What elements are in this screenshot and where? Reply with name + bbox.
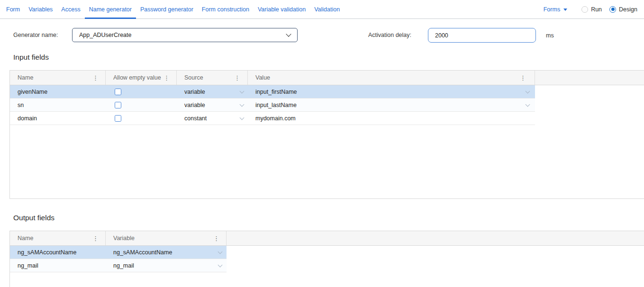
cell-variable-dropdown[interactable]: ng_sAMAccountName [106,246,227,259]
column-header-label: Name [18,74,33,81]
chevron-down-icon [240,89,245,93]
cell-value-dropdown[interactable]: input_firstName [248,85,535,98]
output-fields-title: Output fields [13,214,54,222]
tab-password-generator[interactable]: Password generator [136,0,198,18]
cell-allow-empty [106,99,177,111]
cell-name[interactable]: givenName [10,85,106,98]
cell-source-dropdown[interactable]: variable [177,85,248,98]
activation-delay-label: Activation delay: [368,32,411,38]
chevron-down-icon [218,249,223,254]
column-menu-icon[interactable]: ⋮ [92,75,99,81]
table-row[interactable]: ng_mail ng_mail [10,259,227,272]
design-radio-label: Design [619,6,637,13]
run-radio-option[interactable]: Run [581,6,602,13]
forms-menu-button[interactable]: Forms [544,6,567,13]
source-value: variable [184,89,205,95]
forms-menu-label: Forms [544,6,560,13]
source-value: variable [184,102,205,108]
tab-variable-validation[interactable]: Variable validation [254,0,310,18]
column-menu-icon[interactable]: ⋮ [520,75,526,81]
cell-source-dropdown[interactable]: constant [177,112,248,125]
run-radio-label: Run [591,6,602,13]
column-header-variable[interactable]: Variable ⋮ [106,231,227,245]
tab-form[interactable]: Form [2,0,24,18]
table-row[interactable]: givenName variable input_firstName [10,85,535,99]
column-header-filler [227,231,644,245]
top-nav: Form Variables Access Name generator Pas… [0,0,644,19]
run-radio-icon[interactable] [581,6,588,13]
design-radio-option[interactable]: Design [609,6,637,13]
column-header-label: Source [184,74,203,81]
cell-allow-empty [106,112,177,125]
generator-name-select[interactable]: App_ADUserCreate [72,28,298,42]
output-grid-header: Name ⋮ Variable ⋮ [10,231,644,246]
column-menu-icon[interactable]: ⋮ [92,235,99,242]
allow-empty-checkbox[interactable] [115,102,121,108]
table-row[interactable]: ng_sAMAccountName ng_sAMAccountName [10,246,227,259]
cell-variable-dropdown[interactable]: ng_mail [106,259,227,272]
input-fields-grid: Name ⋮ Allow empty value ⋮ Source ⋮ Valu… [9,70,644,199]
column-header-name[interactable]: Name ⋮ [10,231,106,245]
column-header-source[interactable]: Source ⋮ [177,71,248,85]
table-row[interactable]: domain constant mydomain.com [10,112,535,125]
input-fields-title: Input fields [13,53,49,62]
column-header-label: Variable [113,235,135,242]
tab-form-construction[interactable]: Form construction [198,0,254,18]
nav-right: Forms Run Design [544,6,644,13]
column-header-label: Name [18,235,33,242]
column-header-filler [535,71,644,85]
generator-name-value: App_ADUserCreate [79,32,131,38]
allow-empty-checkbox[interactable] [115,115,121,122]
column-menu-icon[interactable]: ⋮ [213,235,219,242]
design-radio-icon[interactable] [609,6,616,13]
chevron-down-icon [218,262,223,267]
tab-bar: Form Variables Access Name generator Pas… [0,0,344,18]
chevron-down-icon [526,102,530,107]
input-grid-header: Name ⋮ Allow empty value ⋮ Source ⋮ Valu… [10,71,644,85]
variable-value: ng_sAMAccountName [113,249,172,256]
cell-allow-empty [106,85,177,98]
cell-value-dropdown[interactable]: input_lastName [248,99,535,111]
column-header-name[interactable]: Name ⋮ [10,71,106,85]
column-header-allow-empty[interactable]: Allow empty value ⋮ [106,71,177,85]
cell-name[interactable]: domain [10,112,106,125]
column-menu-icon[interactable]: ⋮ [163,75,170,81]
cell-name[interactable]: sn [10,99,106,111]
column-menu-icon[interactable]: ⋮ [234,75,240,81]
generator-name-label: Generator name: [13,32,58,38]
value-text: input_firstName [255,89,297,95]
output-fields-grid: Name ⋮ Variable ⋮ ng_sAMAccountName ng_s… [9,231,644,287]
table-row[interactable]: sn variable input_lastName [10,99,535,112]
activation-delay-unit: ms [546,32,554,39]
chevron-down-icon [240,115,245,120]
chevron-down-icon [526,89,530,93]
cell-source-dropdown[interactable]: variable [177,99,248,111]
activation-delay-input[interactable] [428,28,536,43]
tab-name-generator[interactable]: Name generator [85,0,136,18]
tab-variables[interactable]: Variables [24,0,57,18]
column-header-label: Allow empty value [113,74,161,81]
caret-down-icon [563,9,567,11]
cell-value-text[interactable]: mydomain.com [248,112,535,125]
chevron-down-icon [240,102,245,107]
chevron-down-icon [286,31,291,36]
mode-radio-group: Run Design [581,6,637,13]
value-text: input_lastName [255,102,297,108]
tab-validation[interactable]: Validation [310,0,344,18]
variable-value: ng_mail [113,262,134,269]
column-header-label: Value [255,74,270,81]
cell-name[interactable]: ng_mail [10,259,106,272]
allow-empty-checkbox[interactable] [115,89,121,95]
source-value: constant [184,115,207,122]
tab-access[interactable]: Access [57,0,84,18]
column-header-value[interactable]: Value ⋮ [248,71,535,85]
value-text: mydomain.com [255,115,296,122]
cell-name[interactable]: ng_sAMAccountName [10,246,106,259]
